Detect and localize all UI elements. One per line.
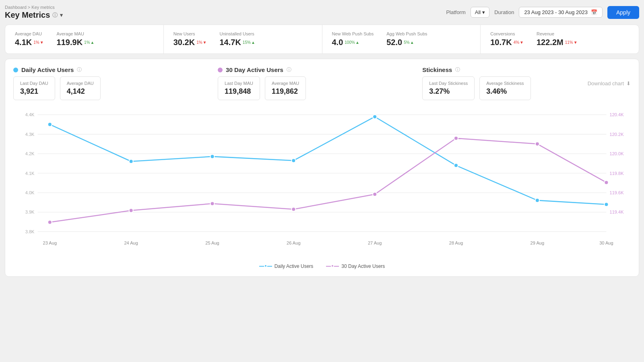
svg-point-36 (48, 220, 52, 224)
avg-dau-value: 4.1K 1% ▼ (15, 38, 44, 47)
metrics-group-3: New Web Push Subs 4.0 100% ▲ Agg Web Pus… (322, 25, 481, 53)
mau-avg-box: Average MAU 119,862 (265, 76, 306, 100)
metric-conversions: Conversions 10.7K 4% ▼ (490, 31, 524, 47)
date-picker[interactable]: 23 Aug 2023 - 30 Aug 2023 📅 (519, 7, 603, 18)
download-chart-label: Download chart (588, 80, 624, 86)
agg-web-push-label: Agg Web Push Subs (386, 31, 427, 36)
info-icon[interactable]: ⓘ (52, 12, 58, 19)
new-web-push-label: New Web Push Subs (332, 31, 374, 36)
dau-avg-box: Average DAU 4,142 (60, 76, 101, 100)
legend-mau: 30 Day Active Users (326, 263, 385, 269)
avg-dau-badge: 1% ▼ (33, 40, 43, 45)
chart-container: 4.4K 4.3K 4.2K 4.1K 4.0K 3.9K 3.8K 120.4… (13, 107, 631, 259)
svg-text:27 Aug: 27 Aug (368, 241, 382, 245)
avg-mau-value: 119.9K 1% ▲ (57, 38, 95, 47)
new-users-label: New Users (173, 31, 207, 36)
metric-uninstalled: Uninstalled Users 14.7K 15% ▲ (219, 31, 255, 47)
revenue-label: Revenue (537, 31, 578, 36)
svg-text:3.8K: 3.8K (25, 229, 35, 234)
agg-web-push-value: 52.0 5% ▲ (386, 38, 427, 47)
svg-point-35 (604, 202, 608, 206)
svg-text:120.0K: 120.0K (610, 151, 624, 156)
svg-point-29 (129, 159, 133, 163)
duration-label: Duration (494, 9, 514, 15)
legend-mau-label: 30 Day Active Users (341, 263, 385, 269)
stickiness-last-day-label: Last Day Stickiness (429, 81, 468, 86)
stickiness-last-day-box: Last Day Stickiness 3.27% (422, 76, 475, 100)
chevron-down-icon[interactable]: ▾ (60, 12, 63, 18)
dau-last-day-box: Last Day DAU 3,921 (13, 76, 55, 100)
calendar-icon: 📅 (591, 9, 597, 15)
mau-last-day-label: Last Day MAU (225, 81, 253, 86)
conversions-label: Conversions (490, 31, 524, 36)
metrics-group-2: New Users 30.2K 1% ▼ Uninstalled Users 1… (164, 25, 322, 53)
svg-point-40 (373, 192, 377, 196)
stickiness-info-icon[interactable]: ⓘ (455, 66, 460, 73)
metric-avg-mau: Average MAU 119.9K 1% ▲ (57, 31, 95, 47)
metric-new-web-push: New Web Push Subs 4.0 100% ▲ (332, 31, 374, 47)
svg-text:4.2K: 4.2K (25, 151, 35, 156)
agg-web-push-badge: 5% ▲ (404, 40, 414, 45)
page-title: Key Metrics (5, 10, 50, 20)
mau-title: 30 Day Active Users (226, 66, 283, 73)
mau-avg-label: Average MAU (272, 81, 299, 86)
uninstalled-badge: 15% ▲ (243, 40, 255, 45)
stickiness-avg-value: 3.46% (486, 87, 524, 96)
svg-text:4.1K: 4.1K (25, 171, 35, 176)
stickiness-last-day-value: 3.27% (429, 87, 468, 96)
svg-text:120.2K: 120.2K (610, 132, 624, 137)
svg-point-42 (535, 142, 539, 146)
svg-text:4.0K: 4.0K (25, 190, 35, 195)
dau-last-day-value: 3,921 (20, 87, 48, 96)
svg-point-39 (291, 207, 295, 211)
svg-text:24 Aug: 24 Aug (124, 241, 138, 245)
line-chart: 4.4K 4.3K 4.2K 4.1K 4.0K 3.9K 3.8K 120.4… (13, 107, 631, 253)
metric-revenue: Revenue 122.2M 11% ▼ (537, 31, 578, 47)
metrics-group-4: Conversions 10.7K 4% ▼ Revenue 122.2M 11… (481, 25, 639, 53)
chart-header: Daily Active Users ⓘ Last Day DAU 3,921 … (13, 66, 631, 100)
new-users-badge: 1% ▼ (196, 40, 206, 45)
svg-text:120.4K: 120.4K (610, 112, 624, 117)
metric-avg-dau: Average DAU 4.1K 1% ▼ (15, 31, 44, 47)
platform-chevron-icon: ▾ (482, 9, 485, 15)
platform-select[interactable]: All ▾ (471, 7, 489, 18)
conversions-value: 10.7K 4% ▼ (490, 38, 524, 47)
dau-info-icon[interactable]: ⓘ (77, 66, 82, 73)
chart-section: Daily Active Users ⓘ Last Day DAU 3,921 … (5, 59, 639, 277)
svg-text:23 Aug: 23 Aug (43, 241, 57, 245)
dau-title: Daily Active Users (21, 66, 74, 73)
mau-last-day-value: 119,848 (225, 87, 253, 96)
metric-new-users: New Users 30.2K 1% ▼ (173, 31, 207, 47)
svg-text:119.4K: 119.4K (610, 210, 624, 214)
svg-point-28 (48, 122, 52, 126)
svg-text:3.9K: 3.9K (25, 210, 35, 214)
stickiness-title: Stickiness (422, 66, 452, 73)
revenue-value: 122.2M 11% ▼ (537, 38, 578, 47)
svg-text:26 Aug: 26 Aug (287, 241, 301, 245)
svg-point-37 (129, 208, 133, 212)
avg-mau-label: Average MAU (57, 31, 95, 36)
uninstalled-value: 14.7K 15% ▲ (219, 38, 255, 47)
svg-text:25 Aug: 25 Aug (205, 241, 219, 245)
mau-avg-value: 119,862 (272, 87, 299, 96)
dau-avg-label: Average DAU (67, 81, 94, 86)
new-web-push-value: 4.0 100% ▲ (332, 38, 374, 47)
apply-button[interactable]: Apply (607, 6, 639, 19)
svg-text:28 Aug: 28 Aug (449, 241, 463, 245)
mau-last-day-box: Last Day MAU 119,848 (218, 76, 260, 100)
download-chart-button[interactable]: Download chart ⬇ (588, 80, 631, 86)
svg-text:29 Aug: 29 Aug (530, 241, 545, 245)
legend-dau-label: Daily Active Users (275, 263, 314, 269)
dau-section: Daily Active Users ⓘ Last Day DAU 3,921 … (13, 66, 210, 100)
chart-legend: Daily Active Users 30 Day Active Users (13, 263, 631, 269)
dau-avg-value: 4,142 (67, 87, 94, 96)
uninstalled-label: Uninstalled Users (219, 31, 255, 36)
conversions-badge: 4% ▼ (514, 40, 524, 45)
svg-point-31 (291, 158, 295, 162)
svg-text:4.4K: 4.4K (25, 112, 35, 117)
avg-dau-label: Average DAU (15, 31, 44, 36)
breadcrumb: Dashboard > Key metrics (5, 5, 63, 10)
svg-point-32 (373, 115, 377, 119)
mau-info-icon[interactable]: ⓘ (287, 66, 291, 73)
stickiness-avg-label: Average Stickiness (486, 81, 524, 86)
